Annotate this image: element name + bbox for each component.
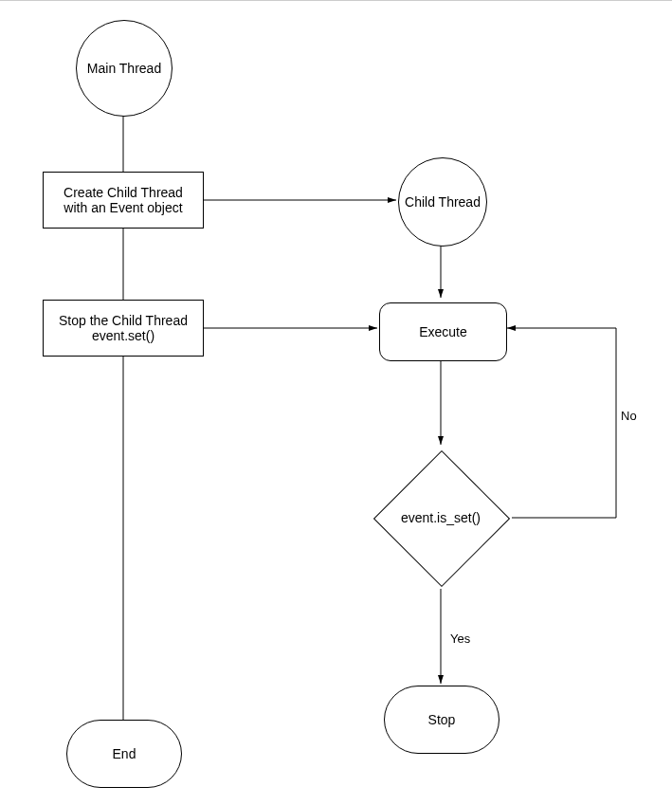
decision-label: event.is_set() xyxy=(393,510,488,525)
create-child-thread-node: Create Child Thread with an Event object xyxy=(43,172,204,229)
execute-label: Execute xyxy=(419,324,467,339)
create-child-thread-label: Create Child Thread with an Event object xyxy=(64,185,183,215)
end-label: End xyxy=(113,746,136,761)
child-thread-label: Child Thread xyxy=(405,194,481,210)
end-node: End xyxy=(66,720,182,788)
stop-child-thread-node: Stop the Child Thread event.set() xyxy=(43,300,204,357)
execute-node: Execute xyxy=(379,302,507,361)
flowchart-connectors xyxy=(0,1,672,805)
stop-child-thread-label: Stop the Child Thread event.set() xyxy=(59,313,188,343)
main-thread-node: Main Thread xyxy=(76,20,173,117)
stop-node: Stop xyxy=(384,686,499,754)
yes-label: Yes xyxy=(450,631,470,646)
no-label: No xyxy=(621,409,637,423)
flowchart-canvas: Main Thread Create Child Thread with an … xyxy=(0,0,672,805)
stop-label: Stop xyxy=(428,712,456,727)
child-thread-node: Child Thread xyxy=(398,157,487,247)
main-thread-label: Main Thread xyxy=(87,61,161,76)
